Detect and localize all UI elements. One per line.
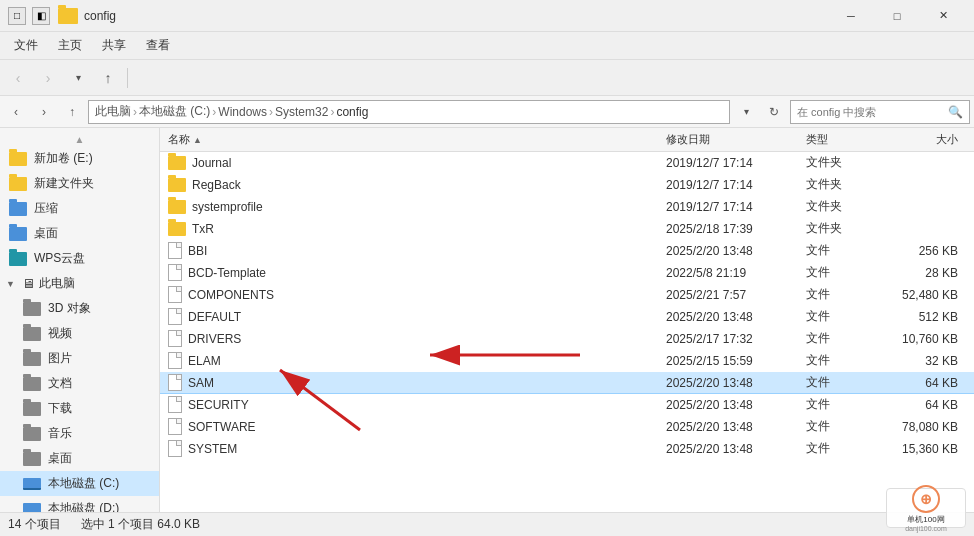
sidebar-label: 新加卷 (E:) [34,150,93,167]
menu-file[interactable]: 文件 [4,33,48,58]
folder-pic-icon [22,351,42,367]
sidebar-item-docs[interactable]: 文档 [0,371,159,396]
up-button[interactable]: ↑ [94,64,122,92]
table-row[interactable]: DEFAULT2025/2/20 13:48文件512 KB [160,306,974,328]
back-button[interactable]: ‹ [4,64,32,92]
sidebar-label: WPS云盘 [34,250,85,267]
watermark-logo: ⊕ [912,485,940,513]
file-icon [168,242,182,259]
search-input[interactable] [797,106,944,118]
sidebar-item-pictures[interactable]: 图片 [0,346,159,371]
table-row[interactable]: SAM2025/2/20 13:48文件64 KB [160,372,974,394]
title-icon-1[interactable]: □ [8,7,26,25]
table-row[interactable]: SECURITY2025/2/20 13:48文件64 KB [160,394,974,416]
sidebar-item-drive-c[interactable]: 本地磁盘 (C:) [0,471,159,496]
window-title: config [84,9,828,23]
file-name: DRIVERS [182,332,666,346]
file-name: RegBack [186,178,666,192]
sidebar-item-desktop2[interactable]: 桌面 [0,446,159,471]
minimize-button[interactable]: ─ [828,0,874,32]
recent-button[interactable]: ▾ [64,64,92,92]
search-box[interactable]: 🔍 [790,100,970,124]
address-path[interactable]: 此电脑 › 本地磁盘 (C:) › Windows › System32 › c… [88,100,730,124]
menu-home[interactable]: 主页 [48,33,92,58]
table-row[interactable]: TxR2025/2/18 17:39文件夹 [160,218,974,240]
sidebar-label: 图片 [48,350,72,367]
folder-icon [168,200,186,214]
file-name: systemprofile [186,200,666,214]
file-icon [168,374,182,391]
file-name: SYSTEM [182,442,666,456]
sidebar-label: 3D 对象 [48,300,91,317]
pc-icon: 🖥 [22,276,35,291]
file-date: 2025/2/15 15:59 [666,354,806,368]
sidebar-item-new-folder[interactable]: 新建文件夹 [0,171,159,196]
sidebar-item-wps[interactable]: WPS云盘 [0,246,159,271]
file-size: 64 KB [886,376,966,390]
file-name: SOFTWARE [182,420,666,434]
col-date-header[interactable]: 修改日期 [666,132,806,147]
table-row[interactable]: RegBack2019/12/7 17:14文件夹 [160,174,974,196]
col-size-header[interactable]: 大小 [886,132,966,147]
table-row[interactable]: BBI2025/2/20 13:48文件256 KB [160,240,974,262]
close-button[interactable]: ✕ [920,0,966,32]
file-type: 文件 [806,352,886,369]
addr-forward[interactable]: › [32,100,56,124]
table-row[interactable]: COMPONENTS2025/2/21 7:57文件52,480 KB [160,284,974,306]
folder-teal-icon [8,251,28,267]
col-name-header[interactable]: 名称 ▲ [168,132,666,147]
path-system32: System32 [275,105,328,119]
table-row[interactable]: DRIVERS2025/2/17 17:32文件10,760 KB [160,328,974,350]
table-row[interactable]: Journal2019/12/7 17:14文件夹 [160,152,974,174]
sidebar-label: 文档 [48,375,72,392]
file-date: 2025/2/20 13:48 [666,398,806,412]
menu-share[interactable]: 共享 [92,33,136,58]
folder-desk-icon [22,451,42,467]
menu-view[interactable]: 查看 [136,33,180,58]
sidebar-this-pc[interactable]: ▼ 🖥 此电脑 [0,271,159,296]
menu-bar: 文件 主页 共享 查看 [0,32,974,60]
folder-dl-icon [22,401,42,417]
folder-blue-icon2 [8,226,28,242]
sidebar-item-music[interactable]: 音乐 [0,421,159,446]
table-row[interactable]: ELAM2025/2/15 15:59文件32 KB [160,350,974,372]
table-row[interactable]: systemprofile2019/12/7 17:14文件夹 [160,196,974,218]
file-size: 78,080 KB [886,420,966,434]
file-icon [168,330,182,347]
file-size: 512 KB [886,310,966,324]
sidebar-item-compress[interactable]: 压缩 [0,196,159,221]
sidebar-scroll-up[interactable]: ▲ [0,132,159,146]
sidebar-item-desktop1[interactable]: 桌面 [0,221,159,246]
file-type: 文件 [806,308,886,325]
file-name: SECURITY [182,398,666,412]
folder-icon [168,178,186,192]
title-icon-2[interactable]: ◧ [32,7,50,25]
addr-up[interactable]: ↑ [60,100,84,124]
title-bar-icons: □ ◧ [8,7,50,25]
file-date: 2025/2/20 13:48 [666,442,806,456]
col-type-header[interactable]: 类型 [806,132,886,147]
file-size: 64 KB [886,398,966,412]
path-dropdown[interactable]: ▾ [734,100,758,124]
addr-back[interactable]: ‹ [4,100,28,124]
file-type: 文件 [806,330,886,347]
watermark-text: 单机100网 [905,514,947,525]
file-name: SAM [182,376,666,390]
sidebar-item-downloads[interactable]: 下载 [0,396,159,421]
sidebar-item-drive-d[interactable]: 本地磁盘 (D:) [0,496,159,512]
file-type: 文件 [806,242,886,259]
maximize-button[interactable]: □ [874,0,920,32]
refresh-button[interactable]: ↻ [762,100,786,124]
forward-button[interactable]: › [34,64,62,92]
folder-docs-icon [22,376,42,392]
file-list-header[interactable]: 名称 ▲ 修改日期 类型 大小 [160,128,974,152]
table-row[interactable]: SOFTWARE2025/2/20 13:48文件78,080 KB [160,416,974,438]
title-folder-icon [58,8,78,24]
table-row[interactable]: BCD-Template2022/5/8 21:19文件28 KB [160,262,974,284]
file-date: 2025/2/20 13:48 [666,376,806,390]
sidebar-item-video[interactable]: 视频 [0,321,159,346]
sidebar-item-new-volume-e[interactable]: 新加卷 (E:) [0,146,159,171]
sidebar-item-3d[interactable]: 3D 对象 [0,296,159,321]
sidebar-label: 下载 [48,400,72,417]
table-row[interactable]: SYSTEM2025/2/20 13:48文件15,360 KB [160,438,974,460]
